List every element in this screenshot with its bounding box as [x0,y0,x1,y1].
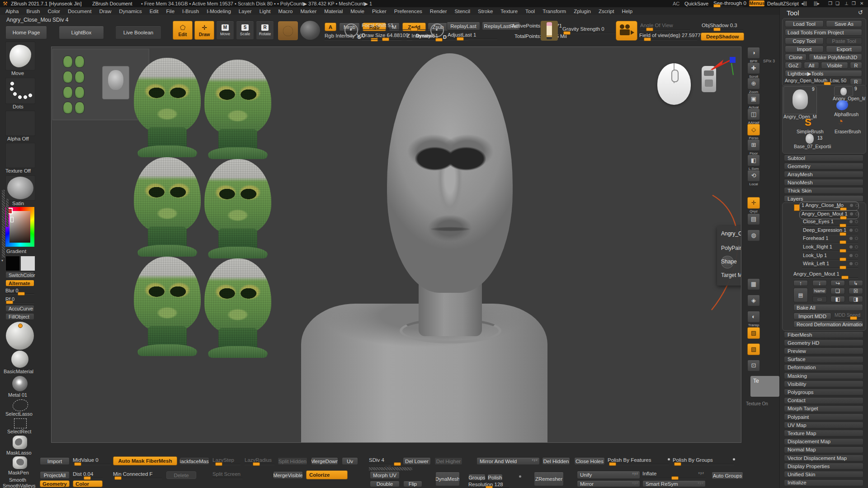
select-rect-icon[interactable] [14,418,27,428]
layer-split2-button[interactable]: ◨ [849,296,863,302]
adjust-last-slider[interactable]: AdjustLast 1 [448,32,497,39]
layer-up-button[interactable]: ↑ [793,280,808,286]
section-arraymesh[interactable]: ArrayMesh [784,171,863,178]
right-shelf-item[interactable]: ◧ L.Sym [745,155,762,171]
layer-name[interactable]: Close_Eyes 1 [803,219,834,224]
mini-head-thumb[interactable] [63,86,73,99]
right-shelf-item[interactable]: ▣ Actual [745,93,762,109]
layer-name-button[interactable]: Name [812,288,827,294]
material-thumb[interactable] [5,175,35,201]
layer-row[interactable]: 1 Angry_Close_Mo [799,202,859,211]
layer-slider-track[interactable] [802,267,858,268]
tool-section[interactable]: Polygroups [784,389,863,395]
bs-del-higher-button[interactable]: Del Higher [434,457,462,465]
stroke-curve-d-icon[interactable]: D [430,23,444,37]
bs-flip-button[interactable]: Flip [403,481,422,487]
smooth-valleys-label[interactable]: SmoothValleys [3,483,36,488]
tool-section[interactable]: FiberMesh [784,331,863,338]
clone-button[interactable]: Clone [785,54,807,61]
right-shelf-item[interactable]: ▦ [745,278,762,291]
section-layers[interactable]: Layers [784,195,863,202]
polish-features-mode-dot[interactable] [668,458,670,460]
layer-intensity-icon[interactable] [849,245,853,249]
bs-groups-button[interactable]: Groups [468,474,486,481]
bs-close-holes-button[interactable]: Close Holes [574,457,605,465]
tool-section[interactable]: Geometry HD [784,339,863,346]
obj-shadow-slider[interactable]: ObjShadow 0.3 [702,23,743,30]
tool-section[interactable]: Unified Skin [784,471,863,478]
panel-swap-icon[interactable]: ❏ [835,1,840,6]
bs-auto-groups-button[interactable]: Auto Groups [712,472,743,479]
layer-eye-icon[interactable] [855,204,859,207]
live-boolean-button[interactable]: Live Boolean [115,26,161,39]
restore-icon[interactable]: ❒ [852,1,856,6]
texture-thumb[interactable] [5,143,35,168]
layer-duplicate-button[interactable]: ❏ [830,288,845,294]
layer-slider-track[interactable] [801,209,859,210]
menu-item[interactable]: Macro [278,9,293,14]
alpha-thumb[interactable] [5,111,35,136]
base-tool-icon[interactable] [806,134,814,144]
reference-head-photo[interactable] [102,66,129,99]
color-picker[interactable] [5,207,34,247]
right-shelf-item[interactable]: ⊞ Floor [745,139,762,155]
layer-merge-button[interactable]: ▭ [812,296,827,302]
bs-delete-button[interactable]: Delete [166,471,196,479]
menu-item[interactable]: Stroke [478,9,493,14]
layer-row[interactable]: Deep_Expression 1 [801,227,858,235]
current-texture-slot[interactable] [278,21,298,41]
menu-item[interactable]: Color [47,9,60,14]
right-shelf-item[interactable]: ◑ BPR [745,47,762,63]
bs-inflate-slider[interactable]: Inflate xyz [642,471,706,479]
menu-item[interactable]: Brush [26,9,40,14]
layer-slider-knob[interactable] [840,266,846,269]
layer-new-button[interactable]: ▤ [793,288,808,302]
section-geometry[interactable]: Geometry [784,163,863,169]
right-shelf-item[interactable]: ⊡ [745,360,762,372]
axis-gizmo-icon[interactable] [708,55,738,79]
menus-toggle[interactable]: Menus [749,0,764,6]
bs-backfacemask-button[interactable]: BackfaceMask [179,457,209,465]
select-lasso-icon[interactable] [13,399,28,411]
menu-item[interactable]: Marker [301,9,317,14]
color-picker-square[interactable] [9,211,30,243]
layer-intensity-icon[interactable] [850,204,853,207]
mask-pen-icon[interactable] [13,456,27,469]
bs-dist-slider[interactable]: Dist 0.04 [73,471,103,479]
green-head-model[interactable] [204,60,271,159]
goz-all-button[interactable]: All [804,62,819,69]
tool-section[interactable]: Visibility [784,380,863,387]
angle-of-view-slider[interactable]: Angle Of View [640,23,690,30]
menu-item[interactable]: Draw [99,9,111,14]
lightbox-button[interactable]: LightBox [59,26,104,39]
copy-tool-button[interactable]: Copy Tool [785,38,824,44]
tool-reset-icon[interactable]: ↺ [858,9,863,16]
rotate-button[interactable]: R Rotate [256,21,274,40]
anchor-a-button[interactable]: A [325,23,336,31]
right-shelf-item[interactable]: ◐ Transp [745,311,762,327]
right-shelf-item[interactable]: ✛ Qxyz [745,197,762,213]
bs-polish-by-features-slider[interactable]: Polish By Features [608,457,669,465]
layer-eye-icon[interactable] [855,229,858,232]
mini-head-thumb[interactable] [75,86,85,99]
tool-section[interactable]: UV Map [784,422,863,428]
section-nanomesh[interactable]: NanoMesh [784,179,863,186]
bs-geometry-button[interactable]: Geometry [40,480,70,487]
right-shelf-item[interactable]: ◫ AAHalf [745,108,762,125]
sculpt-head[interactable] [387,53,513,293]
bs-midvalue-slider[interactable]: MidValue 0 [73,457,111,465]
fill-object-button[interactable]: FillObject [5,313,34,320]
simple-brush-icon[interactable]: S [805,117,811,128]
panel-layout-icon[interactable]: ❐ [828,1,832,6]
main-color-swatch[interactable] [5,256,20,271]
tool-section[interactable]: Contact [784,397,863,404]
tool-section[interactable]: Surface [784,356,863,363]
mini-head-thumb[interactable] [63,102,73,114]
recent-tool-thumb[interactable] [834,86,853,96]
sdiv-updown-arrows[interactable]: ▲▼ [384,465,392,469]
paste-tool-button[interactable]: Paste Tool [826,38,862,44]
layer-eye-icon[interactable] [855,254,858,257]
green-head-model[interactable] [204,258,271,358]
current-material-slot[interactable] [300,21,320,40]
divider-right-icon[interactable]: |||▸ [814,1,820,6]
